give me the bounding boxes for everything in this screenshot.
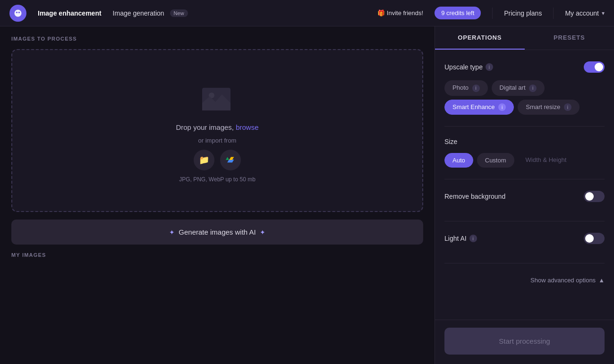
upscale-type-info-icon[interactable]: i	[486, 63, 493, 71]
light-ai-section: Light AI i	[444, 233, 605, 263]
light-ai-toggle[interactable]	[584, 233, 605, 244]
import-drive-button[interactable]	[220, 150, 241, 170]
import-buttons: 📁	[194, 150, 241, 170]
svg-point-0	[15, 9, 22, 17]
import-text: or import from	[198, 137, 237, 144]
pricing-plans-link[interactable]: Pricing plans	[504, 9, 542, 17]
remove-background-section: Remove background	[444, 191, 605, 221]
divider2	[553, 8, 554, 19]
invite-friends-button[interactable]: 🎁 Invite friends!	[377, 9, 423, 17]
tab-presets[interactable]: PRESETS	[525, 26, 614, 50]
chevron-down-icon: ▾	[602, 10, 605, 17]
remove-background-toggle[interactable]	[584, 191, 605, 202]
pill-digital-art[interactable]: Digital art i	[492, 80, 545, 96]
image-placeholder-icon	[198, 78, 236, 118]
sparkle-icon-left: ✦	[169, 229, 175, 236]
invite-text: Invite friends!	[387, 9, 423, 17]
browse-link[interactable]: browse	[236, 123, 258, 131]
options-content: Upscale type i Photo i Digital art i	[435, 50, 614, 320]
smart-resize-info-icon[interactable]: i	[564, 103, 571, 111]
bottom-actions: Start processing	[435, 320, 614, 364]
gift-icon: 🎁	[377, 9, 385, 17]
divider	[492, 8, 493, 19]
my-account-button[interactable]: My account ▾	[565, 9, 605, 17]
file-types-label: JPG, PNG, WebP up to 50 mb	[179, 176, 256, 183]
svg-point-1	[16, 11, 17, 13]
pill-smart-enhance[interactable]: Smart Enhance i	[444, 100, 514, 115]
size-section: Size Auto Custom Width & Height	[444, 138, 605, 179]
right-panel: OPERATIONS PRESETS Upscale type i Photo …	[435, 26, 614, 364]
folder-icon: 📁	[199, 155, 209, 165]
pill-custom[interactable]: Custom	[477, 153, 514, 168]
show-advanced-options[interactable]: Show advanced options ▲	[444, 275, 605, 291]
pill-width-height: Width & Height	[518, 153, 574, 168]
smart-enhance-info-icon[interactable]: i	[498, 103, 506, 111]
start-processing-button[interactable]: Start processing	[444, 328, 605, 355]
tab-operations[interactable]: OPERATIONS	[435, 26, 525, 50]
main-layout: IMAGES TO PROCESS Drop your images, brow…	[0, 26, 614, 364]
drop-text: Drop your images, browse	[176, 123, 258, 131]
generate-label: Generate images with AI	[179, 228, 256, 236]
size-options: Auto Custom Width & Height	[444, 153, 605, 168]
upscale-type-toggle[interactable]	[584, 61, 605, 73]
upscale-type-label: Upscale type i	[444, 63, 493, 71]
my-account-label: My account	[565, 9, 599, 17]
digital-art-info-icon[interactable]: i	[529, 85, 537, 92]
photo-info-icon[interactable]: i	[472, 85, 480, 92]
pill-photo[interactable]: Photo i	[444, 80, 488, 96]
my-images-title: MY IMAGES	[11, 252, 423, 258]
header: Image enhancement Image generation New 🎁…	[0, 0, 614, 26]
upscale-type-section: Upscale type i Photo i Digital art i	[444, 61, 605, 127]
light-ai-info-icon[interactable]: i	[469, 235, 477, 242]
remove-background-label: Remove background	[444, 193, 505, 200]
credits-badge[interactable]: 9 credits left	[435, 7, 481, 19]
generate-images-button[interactable]: ✦ Generate images with AI ✦	[11, 220, 423, 245]
size-row: Size	[444, 138, 605, 145]
import-folder-button[interactable]: 📁	[194, 150, 214, 170]
app-logo[interactable]	[9, 5, 26, 22]
left-panel: IMAGES TO PROCESS Drop your images, brow…	[0, 26, 435, 364]
nav-image-generation[interactable]: Image generation	[113, 9, 164, 17]
badge-new: New	[170, 9, 188, 17]
light-ai-row: Light AI i	[444, 233, 605, 244]
images-section-title: IMAGES TO PROCESS	[11, 36, 423, 42]
tabs-bar: OPERATIONS PRESETS	[435, 26, 614, 50]
chevron-up-icon: ▲	[598, 277, 605, 284]
drive-icon	[225, 154, 236, 167]
drop-zone[interactable]: Drop your images, browse or import from …	[11, 49, 423, 212]
sparkle-icon-right: ✦	[260, 229, 265, 236]
upscale-type-options: Photo i Digital art i Smart Enhance i Sm…	[444, 80, 605, 115]
remove-background-row: Remove background	[444, 191, 605, 202]
nav-image-enhancement[interactable]: Image enhancement	[38, 9, 102, 17]
light-ai-label: Light AI i	[444, 235, 477, 242]
pill-auto[interactable]: Auto	[444, 153, 473, 168]
pill-smart-resize[interactable]: Smart resize i	[518, 100, 580, 115]
size-label: Size	[444, 138, 457, 145]
upscale-type-row: Upscale type i	[444, 61, 605, 73]
show-advanced-label: Show advanced options	[530, 277, 596, 284]
svg-point-2	[18, 11, 20, 13]
